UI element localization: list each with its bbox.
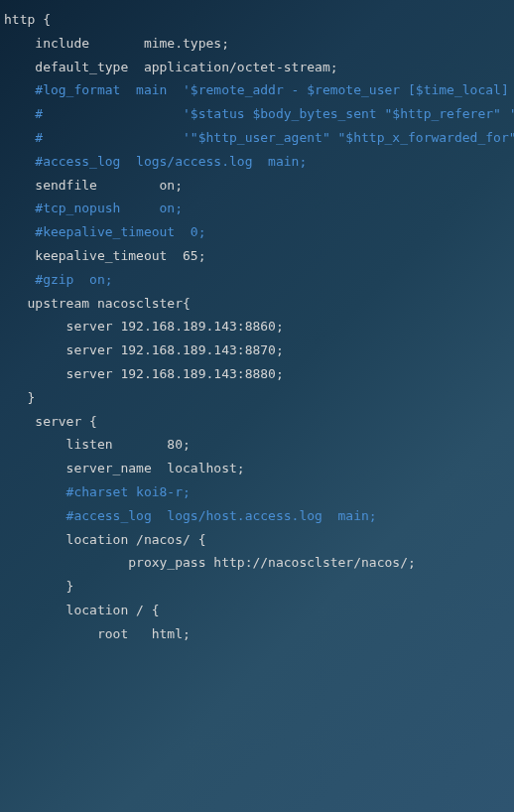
- code-line: include mime.types;: [0, 32, 514, 56]
- code-line: #log_format main '$remote_addr - $remote…: [0, 78, 514, 102]
- code-line: server 192.168.189.143:8880;: [0, 362, 514, 386]
- comment-text: #access_log logs/host.access.log main;: [4, 508, 377, 523]
- code-line: }: [0, 386, 514, 410]
- code-text: server 192.168.189.143:8870;: [4, 342, 284, 357]
- code-line: #tcp_nopush on;: [0, 197, 514, 220]
- comment-text: #access_log logs/access.log main;: [4, 154, 307, 169]
- code-text: server {: [4, 414, 97, 429]
- code-line: #access_log logs/host.access.log main;: [0, 504, 514, 528]
- code-text: sendfile on;: [4, 178, 183, 193]
- comment-text: #charset koi8-r;: [4, 484, 191, 499]
- comment-text: #keepalive_timeout 0;: [4, 224, 206, 239]
- comment-text: #tcp_nopush on;: [4, 201, 183, 215]
- code-line: # '$status $body_bytes_sent "$http_refer…: [0, 102, 514, 126]
- code-text: keepalive_timeout 65;: [4, 248, 206, 263]
- code-text: server_name localhost;: [4, 461, 245, 475]
- comment-text: #log_format main '$remote_addr - $remote…: [4, 82, 514, 97]
- code-line: server_name localhost;: [0, 457, 514, 480]
- code-text: }: [4, 390, 35, 405]
- code-line: #keepalive_timeout 0;: [0, 220, 514, 244]
- code-text: server 192.168.189.143:8880;: [4, 366, 284, 381]
- code-text: http {: [4, 12, 51, 27]
- code-text: default_type application/octet-stream;: [4, 60, 338, 74]
- code-text: listen 80;: [4, 437, 191, 452]
- code-text: root html;: [4, 626, 191, 641]
- comment-text: # '$status $body_bytes_sent "$http_refer…: [4, 106, 514, 121]
- code-text: }: [4, 579, 73, 594]
- code-line: proxy_pass http://nacosclster/nacos/;: [0, 551, 514, 575]
- code-line: #gzip on;: [0, 268, 514, 292]
- code-line: server {: [0, 410, 514, 434]
- code-line: }: [0, 575, 514, 599]
- code-line: # '"$http_user_agent" "$http_x_forwarded…: [0, 126, 514, 150]
- code-line: root html;: [0, 622, 514, 646]
- code-line: listen 80;: [0, 433, 514, 457]
- code-line: location / {: [0, 599, 514, 622]
- code-text: location /nacos/ {: [4, 532, 206, 547]
- code-text: location / {: [4, 603, 160, 617]
- code-line: server 192.168.189.143:8870;: [0, 338, 514, 362]
- code-line: server 192.168.189.143:8860;: [0, 315, 514, 338]
- code-text: proxy_pass http://nacosclster/nacos/;: [4, 555, 416, 570]
- nginx-config-code-block: http { include mime.types; default_type …: [0, 8, 514, 646]
- code-line: #access_log logs/access.log main;: [0, 150, 514, 174]
- code-line: #charset koi8-r;: [0, 480, 514, 504]
- code-line: http {: [0, 8, 514, 32]
- comment-text: #gzip on;: [4, 272, 113, 287]
- code-line: default_type application/octet-stream;: [0, 56, 514, 79]
- code-line: keepalive_timeout 65;: [0, 244, 514, 268]
- code-line: location /nacos/ {: [0, 528, 514, 552]
- code-text: upstream nacosclster{: [4, 296, 191, 311]
- code-text: server 192.168.189.143:8860;: [4, 319, 284, 334]
- code-line: sendfile on;: [0, 174, 514, 198]
- code-text: include mime.types;: [4, 36, 229, 51]
- code-line: upstream nacosclster{: [0, 292, 514, 316]
- comment-text: # '"$http_user_agent" "$http_x_forwarded…: [4, 130, 514, 145]
